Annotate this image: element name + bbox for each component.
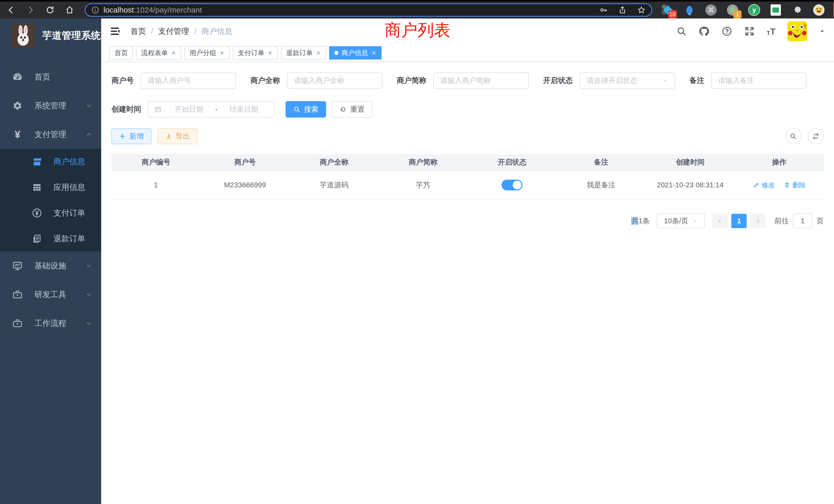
browser-profile-avatar[interactable] — [813, 4, 825, 16]
page-number-button[interactable]: 1 — [731, 214, 747, 228]
tab-close-icon[interactable] — [219, 50, 224, 55]
user-avatar[interactable] — [787, 21, 807, 41]
help-icon[interactable] — [722, 26, 732, 37]
chevron-up-icon — [85, 131, 92, 138]
extension-badge-10: 10 — [668, 10, 677, 19]
sidebar-menu: 首页 系统管理 ¥ 支付管理 — [0, 63, 101, 338]
breadcrumb-current: 商户信息 — [202, 26, 233, 37]
calendar-icon — [154, 106, 162, 113]
extension-recorder-icon[interactable]: 1 — [727, 4, 739, 16]
search-button[interactable]: 搜索 — [286, 101, 326, 117]
merchant-no-input[interactable]: 请输入商户号 — [140, 72, 236, 89]
sidebar-collapse-icon[interactable] — [110, 26, 121, 37]
breadcrumb-pay[interactable]: 支付管理 — [158, 26, 189, 37]
breadcrumb-home[interactable]: 首页 — [130, 26, 146, 37]
tab-label: 商户信息 — [342, 48, 368, 58]
sidebar-item-label: 应用信息 — [53, 182, 85, 193]
forward-icon[interactable] — [26, 5, 35, 15]
yen-circle-icon — [30, 207, 44, 219]
tab-close-icon[interactable] — [371, 50, 376, 55]
sidebar-item-label: 系统管理 — [35, 100, 66, 111]
sidebar-item-workflow[interactable]: 工作流程 — [0, 309, 101, 338]
add-button-label: 新增 — [129, 131, 144, 141]
total-suffix: 条 — [642, 217, 650, 225]
tab-label: 退款订单 — [286, 48, 313, 58]
back-icon[interactable] — [7, 5, 16, 15]
toolbox-icon — [11, 289, 24, 300]
chevron-down-icon — [85, 102, 92, 109]
column-header-full-name: 商户全称 — [290, 157, 379, 167]
tab-process-form[interactable]: 流程表单 — [136, 46, 181, 60]
extension-badge-1: 1 — [733, 10, 742, 19]
show-search-toggle-button[interactable] — [785, 128, 801, 144]
sidebar-item-home[interactable]: 首页 — [0, 63, 101, 91]
full-name-label: 商户全称 — [250, 75, 280, 86]
breadcrumb: 首页 / 支付管理 / 商户信息 — [130, 26, 233, 37]
sidebar-item-merchant-info[interactable]: 商户信息 — [0, 149, 101, 175]
extension-y-icon[interactable]: y — [748, 4, 760, 16]
reload-icon[interactable] — [46, 5, 54, 15]
tab-close-icon[interactable] — [171, 50, 176, 55]
sidebar-item-app-info[interactable]: 应用信息 — [0, 175, 101, 200]
remark-input[interactable]: 请输入备注 — [711, 72, 807, 89]
tab-pay-order[interactable]: 支付订单 — [233, 46, 278, 60]
extensions-puzzle-icon[interactable] — [791, 4, 803, 16]
column-header-actions: 操作 — [734, 157, 824, 167]
table-header-row: 商户编号 商户号 商户全称 商户简称 开启状态 备注 创建时间 操作 — [111, 154, 824, 171]
tab-refund-order[interactable]: 退款订单 — [281, 46, 326, 60]
prev-page-button[interactable] — [712, 214, 728, 228]
sidebar-item-pay-order[interactable]: 支付订单 — [0, 200, 101, 226]
next-page-button[interactable] — [750, 214, 766, 228]
export-button[interactable]: 导出 — [158, 128, 198, 144]
github-icon[interactable] — [698, 26, 710, 37]
tab-close-icon[interactable] — [316, 50, 321, 55]
share-icon[interactable] — [618, 6, 627, 14]
add-button[interactable]: 新增 — [111, 128, 152, 144]
address-bar[interactable]: localhost:1024/pay/merchant — [85, 3, 652, 17]
sidebar-item-system[interactable]: 系统管理 — [0, 91, 101, 120]
extension-command-icon[interactable]: ⌘ — [705, 4, 717, 16]
fullscreen-icon[interactable] — [744, 26, 755, 37]
chevron-down-icon — [85, 291, 92, 298]
tab-close-icon[interactable] — [267, 50, 273, 55]
extension-kite-icon[interactable] — [683, 4, 695, 16]
search-button-label: 搜索 — [304, 105, 319, 114]
short-name-input[interactable]: 请输入商户简称 — [433, 72, 529, 89]
page-size-select[interactable]: 10条/页 — [657, 213, 705, 228]
sidebar-item-refund-order[interactable]: 退款订单 — [0, 226, 101, 251]
placeholder-text: 请输入商户简称 — [440, 76, 491, 86]
browser-toolbar: localhost:1024/pay/merchant 10 ⌘ 1 y 更新 — [0, 0, 834, 19]
font-size-icon[interactable]: TT — [767, 26, 775, 37]
home-icon[interactable] — [65, 5, 74, 15]
app-logo[interactable]: 芋道管理系统 — [0, 19, 101, 52]
edit-link[interactable]: 修改 — [753, 181, 775, 190]
search-icon[interactable] — [676, 26, 687, 37]
total-prefix: 共 — [631, 217, 638, 225]
delete-link[interactable]: 删除 — [784, 181, 806, 190]
sidebar-item-infrastructure[interactable]: 基础设施 — [0, 251, 101, 280]
url-path: :1024/pay/merchant — [134, 6, 202, 14]
bookmark-star-icon[interactable] — [637, 6, 646, 14]
cell-full-name: 芋道源码 — [290, 180, 379, 190]
tab-merchant-info[interactable]: 商户信息 — [329, 46, 381, 60]
pay-submenu: 商户信息 应用信息 支付订单 — [0, 149, 101, 251]
avatar-dropdown-caret-icon[interactable] — [819, 28, 825, 35]
extension-chat-icon[interactable] — [770, 4, 782, 16]
goto-page-input[interactable]: 1 — [793, 213, 812, 228]
column-header-create-time: 创建时间 — [646, 157, 735, 167]
full-name-input[interactable]: 请输入商户全称 — [287, 72, 382, 89]
site-info-icon[interactable] — [91, 6, 100, 14]
refresh-table-button[interactable] — [808, 128, 824, 144]
status-select[interactable]: 请选择开启状态 — [579, 72, 675, 89]
extension-tampermonkey-icon[interactable]: 10 — [662, 4, 674, 16]
reset-button[interactable]: 重置 — [332, 101, 372, 117]
status-toggle[interactable] — [502, 180, 523, 190]
create-time-range-input[interactable]: 开始日期 - 结束日期 — [148, 101, 275, 117]
tab-home[interactable]: 首页 — [109, 46, 133, 60]
chevron-down-icon — [692, 218, 698, 224]
sidebar-item-pay[interactable]: ¥ 支付管理 — [0, 120, 101, 149]
tab-user-group[interactable]: 用户分组 — [184, 46, 229, 60]
sidebar-item-dev-tools[interactable]: 研发工具 — [0, 280, 101, 309]
start-date-placeholder: 开始日期 — [164, 105, 214, 114]
password-key-icon[interactable] — [599, 6, 608, 14]
